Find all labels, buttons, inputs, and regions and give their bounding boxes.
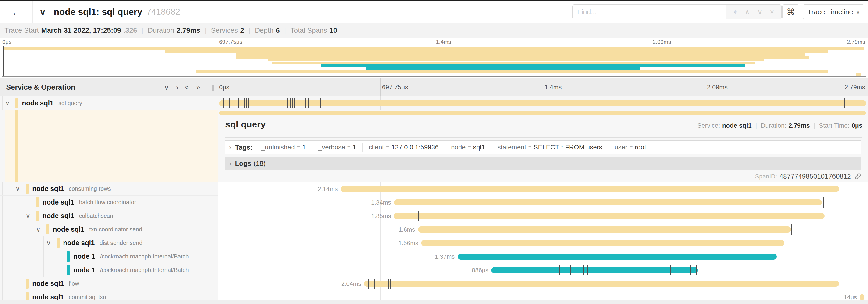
span-tree-row[interactable]: node sql1batch flow coordinator (0, 196, 218, 209)
span-tree-row[interactable]: node 1/cockroach.roachpb.Internal/Batch (0, 250, 218, 263)
span-timeline-row[interactable]: 1.6ms (218, 223, 868, 236)
span-bar[interactable] (421, 240, 784, 246)
span-collapse-chevron-icon[interactable]: ∨ (5, 96, 10, 110)
log-marker-tick[interactable] (274, 98, 274, 108)
span-timeline-row[interactable]: 1.84ms (218, 196, 868, 209)
span-bar[interactable] (458, 254, 777, 260)
log-marker-tick[interactable] (670, 265, 671, 275)
span-operation-name: txn coordinator send (89, 226, 142, 233)
chevron-down-icon: ∨ (856, 9, 860, 15)
log-marker-tick[interactable] (246, 98, 247, 108)
log-marker-tick[interactable] (587, 265, 588, 275)
span-tree-row[interactable]: ∨node sql1consuming rows (0, 182, 218, 196)
duration-value: 2.79ms (788, 122, 810, 129)
span-bar[interactable] (491, 267, 698, 273)
span-bar[interactable] (860, 294, 864, 300)
logs-count: (18) (254, 160, 266, 167)
log-marker-tick[interactable] (690, 265, 691, 275)
span-timeline-row[interactable]: 14μs (218, 291, 868, 300)
log-marker-tick[interactable] (223, 98, 223, 108)
span-operation-name: /cockroach.roachpb.Internal/Batch (100, 267, 188, 273)
span-timeline-row[interactable]: 1.37ms (218, 250, 868, 263)
log-marker-tick[interactable] (600, 265, 601, 275)
span-tree-row[interactable]: node sql1flow (0, 277, 218, 291)
clear-search-icon[interactable]: × (770, 8, 774, 16)
span-service-name: node sql1txn coordinator send (53, 223, 142, 236)
log-marker-tick[interactable] (290, 98, 290, 108)
collapse-all-icon[interactable]: » (183, 86, 191, 90)
log-marker-tick[interactable] (294, 98, 295, 108)
log-marker-tick[interactable] (244, 98, 245, 108)
span-bar[interactable] (394, 213, 825, 219)
log-marker-tick[interactable] (308, 98, 309, 108)
log-marker-tick[interactable] (374, 278, 375, 289)
indent-guide (23, 263, 23, 277)
log-marker-tick[interactable] (593, 265, 593, 275)
next-result-icon[interactable]: ∨ (757, 8, 763, 16)
expand-all-icon[interactable]: » (196, 83, 200, 91)
log-marker-tick[interactable] (239, 98, 239, 108)
span-timeline-row[interactable]: 886μs (218, 263, 868, 277)
log-marker-tick[interactable] (847, 98, 847, 108)
find-input[interactable] (572, 4, 726, 20)
log-marker-tick[interactable] (584, 265, 584, 275)
keyboard-shortcuts-button[interactable]: ⌘ (782, 4, 799, 20)
prev-result-icon[interactable]: ∧ (745, 8, 750, 16)
span-collapse-chevron-icon[interactable]: ∨ (36, 223, 41, 236)
log-marker-tick[interactable] (287, 98, 288, 108)
log-marker-tick[interactable] (824, 197, 824, 208)
span-tree-row[interactable]: ∨node sql1sql query (0, 96, 218, 110)
span-timeline-row[interactable]: 2.14ms (218, 182, 868, 196)
log-marker-tick[interactable] (305, 98, 306, 108)
view-selector-button[interactable]: Trace Timeline ∨ (803, 4, 865, 20)
log-marker-tick[interactable] (570, 265, 571, 275)
log-marker-tick[interactable] (390, 278, 391, 289)
collapse-one-icon[interactable]: ∨ (164, 83, 169, 92)
log-marker-tick[interactable] (248, 98, 249, 108)
log-marker-tick[interactable] (838, 278, 838, 289)
span-collapse-chevron-icon[interactable]: ∨ (16, 182, 20, 195)
log-marker-tick[interactable] (229, 98, 230, 108)
log-marker-tick[interactable] (292, 98, 293, 108)
span-bar[interactable] (219, 100, 866, 106)
back-button[interactable]: ← (0, 1, 33, 23)
log-marker-tick[interactable] (418, 211, 418, 221)
span-tree-row[interactable]: ∨node sql1txn coordinator send (0, 223, 218, 236)
panel-splitter-handle[interactable]: ∥ (211, 78, 215, 96)
indent-guide (12, 182, 13, 195)
logs-accordion[interactable]: › Logs (18) (225, 157, 862, 170)
copy-link-icon[interactable] (854, 173, 862, 180)
log-marker-tick[interactable] (487, 238, 488, 248)
span-bar[interactable] (418, 227, 791, 233)
span-tree-row[interactable]: ∨node sql1dist sender send (0, 236, 218, 250)
log-marker-tick[interactable] (502, 265, 502, 275)
selected-span-bar[interactable] (219, 111, 866, 115)
span-tree-row[interactable]: ∨node sql1colbatchscan (0, 209, 218, 223)
span-bar[interactable] (394, 199, 822, 205)
log-marker-tick[interactable] (791, 224, 792, 235)
span-tree-row[interactable]: node sql1commit sql txn (0, 291, 218, 300)
span-tree-row[interactable]: node 1/cockroach.roachpb.Internal/Batch (0, 263, 218, 277)
tags-accordion[interactable]: › Tags: _unfinished=1_verbose=1client=12… (225, 140, 862, 154)
span-timeline-row[interactable]: 2.04ms (218, 277, 868, 291)
minimap-canvas[interactable] (2, 46, 866, 76)
log-marker-tick[interactable] (559, 265, 560, 275)
log-marker-tick[interactable] (696, 265, 697, 275)
log-marker-tick[interactable] (844, 98, 845, 108)
span-timeline-row[interactable]: 1.56ms (218, 236, 868, 250)
log-marker-tick[interactable] (388, 278, 389, 289)
log-marker-tick[interactable] (452, 238, 453, 248)
span-bar[interactable] (341, 186, 839, 192)
log-marker-tick[interactable] (472, 238, 473, 248)
expand-one-icon[interactable]: › (176, 83, 179, 91)
span-bar[interactable] (364, 281, 839, 287)
span-timeline-row[interactable]: 1.85ms (218, 209, 868, 223)
minimap-left-drag-handle[interactable] (3, 46, 3, 76)
span-collapse-chevron-icon[interactable]: ∨ (26, 209, 30, 223)
trace-title-collapse-toggle[interactable]: ∨ (39, 1, 46, 23)
log-marker-tick[interactable] (320, 98, 321, 108)
span-collapse-chevron-icon[interactable]: ∨ (46, 236, 51, 249)
span-timeline-row[interactable] (218, 96, 868, 110)
locate-icon[interactable]: ⌖ (733, 8, 737, 16)
log-marker-tick[interactable] (368, 278, 369, 289)
